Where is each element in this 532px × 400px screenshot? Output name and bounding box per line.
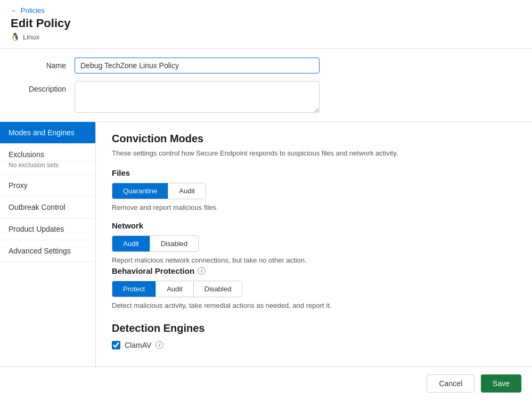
behavioral-button-group: Protect Audit Disabled bbox=[112, 281, 242, 297]
platform-label: 🐧 Linux bbox=[11, 32, 521, 41]
network-subsection: Network Audit Disabled Report malicious … bbox=[112, 221, 516, 264]
save-button[interactable]: Save bbox=[481, 374, 521, 393]
files-subsection: Files Quarantine Audit Remove and report… bbox=[112, 168, 516, 211]
network-desc: Report malicious network connections, bu… bbox=[112, 256, 516, 264]
breadcrumb-label: Policies bbox=[21, 6, 45, 14]
form-section: Name Description bbox=[0, 49, 532, 122]
conviction-modes-desc: These settings control how Secure Endpoi… bbox=[112, 148, 516, 159]
files-button-group: Quarantine Audit bbox=[112, 183, 206, 199]
behavioral-disabled-btn[interactable]: Disabled bbox=[194, 281, 242, 297]
behavioral-label-row: Behavioral Protection i bbox=[112, 266, 516, 275]
sidebar-item-modes-engines[interactable]: Modes and Engines bbox=[0, 122, 95, 144]
clamav-label: ClamAV bbox=[125, 341, 151, 349]
behavioral-desc: Detect malicious activity, take remedial… bbox=[112, 301, 516, 309]
files-audit-btn[interactable]: Audit bbox=[168, 183, 206, 199]
network-audit-btn[interactable]: Audit bbox=[112, 236, 150, 251]
description-row: Description bbox=[11, 81, 521, 113]
name-label: Name bbox=[11, 58, 75, 70]
top-header: ← Policies Edit Policy 🐧 Linux bbox=[0, 0, 532, 49]
clamav-info-icon[interactable]: i bbox=[155, 341, 163, 349]
footer-bar: Cancel Save bbox=[0, 366, 532, 400]
page-title: Edit Policy bbox=[11, 17, 521, 30]
cancel-button[interactable]: Cancel bbox=[427, 374, 474, 393]
behavioral-subsection: Behavioral Protection i Protect Audit Di… bbox=[112, 266, 516, 309]
linux-icon: 🐧 bbox=[11, 32, 20, 41]
description-label: Description bbox=[11, 81, 75, 93]
conviction-modes-title: Conviction Modes bbox=[112, 133, 516, 145]
conviction-modes-section: Conviction Modes These settings control … bbox=[112, 133, 516, 309]
network-title: Network bbox=[112, 221, 516, 230]
detection-engines-title: Detection Engines bbox=[112, 322, 516, 334]
sidebar-item-product-updates[interactable]: Product Updates bbox=[0, 218, 95, 240]
files-desc: Remove and report malicious files. bbox=[112, 203, 516, 211]
files-quarantine-btn[interactable]: Quarantine bbox=[112, 183, 168, 199]
platform-name: Linux bbox=[23, 33, 39, 41]
breadcrumb[interactable]: ← Policies bbox=[11, 6, 521, 14]
content-area: Conviction Modes These settings control … bbox=[96, 122, 532, 366]
sidebar-item-proxy[interactable]: Proxy bbox=[0, 175, 95, 197]
main-content: Modes and Engines Exclusions No exclusio… bbox=[0, 122, 532, 366]
name-input[interactable] bbox=[75, 58, 320, 74]
behavioral-title: Behavioral Protection bbox=[112, 266, 194, 275]
sidebar-exclusions-sub: No exclusion sets bbox=[0, 161, 95, 175]
sidebar-item-advanced-settings[interactable]: Advanced Settings bbox=[0, 240, 95, 262]
description-textarea[interactable] bbox=[75, 81, 320, 113]
breadcrumb-arrow: ← bbox=[11, 6, 18, 14]
network-disabled-btn[interactable]: Disabled bbox=[150, 236, 199, 251]
sidebar-item-outbreak-control[interactable]: Outbreak Control bbox=[0, 197, 95, 218]
sidebar: Modes and Engines Exclusions No exclusio… bbox=[0, 122, 96, 366]
behavioral-protect-btn[interactable]: Protect bbox=[112, 281, 156, 297]
name-row: Name bbox=[11, 58, 521, 74]
network-button-group: Audit Disabled bbox=[112, 235, 199, 252]
page-wrapper: ← Policies Edit Policy 🐧 Linux Name Desc… bbox=[0, 0, 532, 400]
behavioral-audit-btn[interactable]: Audit bbox=[156, 281, 194, 297]
clamav-checkbox[interactable] bbox=[112, 341, 120, 349]
clamav-row: ClamAV i bbox=[112, 341, 516, 349]
files-title: Files bbox=[112, 168, 516, 177]
detection-engines-section: Detection Engines ClamAV i bbox=[112, 322, 516, 349]
sidebar-item-exclusions[interactable]: Exclusions bbox=[0, 144, 95, 161]
behavioral-info-icon[interactable]: i bbox=[198, 267, 206, 275]
